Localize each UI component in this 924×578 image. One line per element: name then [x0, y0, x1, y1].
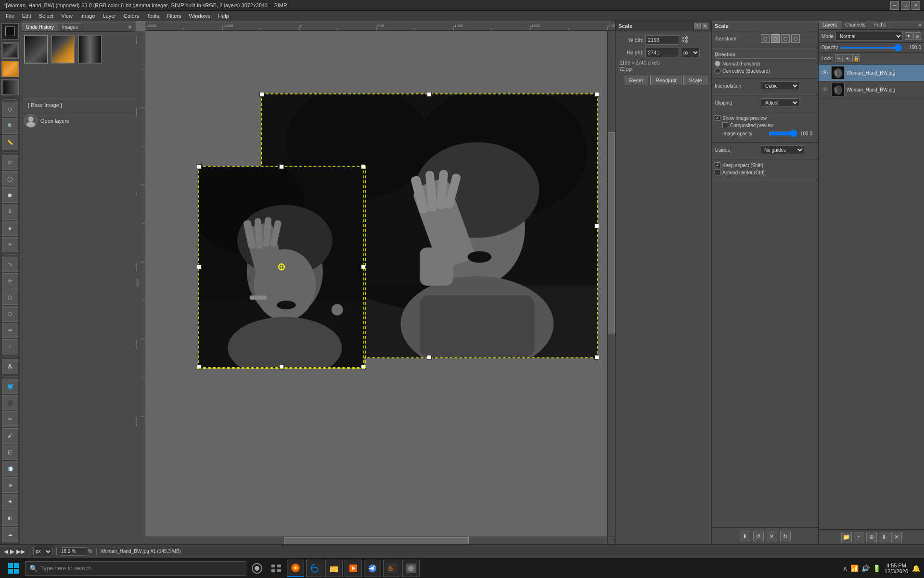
- layers-new-group[interactable]: 📁: [841, 532, 852, 542]
- status-arrow-left[interactable]: ◀: [4, 548, 8, 555]
- scrollbar-horizontal[interactable]: [145, 537, 607, 544]
- composited-preview-checkbox[interactable]: [722, 122, 728, 128]
- open-layers-section[interactable]: Open layers: [20, 112, 136, 130]
- mode-icon-1[interactable]: ▼: [905, 32, 912, 40]
- radio-normal-forward[interactable]: [715, 61, 720, 66]
- layers-panel-close[interactable]: ✕: [916, 21, 924, 29]
- taskbar-app-other[interactable]: [402, 560, 420, 577]
- tab-layers[interactable]: Layers: [819, 21, 841, 29]
- readjust-button[interactable]: Readjust: [650, 76, 681, 85]
- tool-pencil[interactable]: ✏: [2, 411, 18, 427]
- taskbar-cortana[interactable]: [248, 560, 266, 577]
- tool-select-ellipse[interactable]: ◯: [2, 171, 18, 186]
- image-thumb-bw[interactable]: [24, 35, 48, 64]
- zoom-unit-select[interactable]: px: [33, 547, 52, 556]
- image-thumb-strip[interactable]: [78, 35, 102, 64]
- chain-link-icon[interactable]: ⛓: [681, 36, 689, 44]
- tool-select-fuzzy[interactable]: ⧖: [2, 204, 18, 219]
- menu-select[interactable]: Select: [35, 12, 58, 20]
- tool-paintbrush[interactable]: 🖌: [2, 428, 18, 444]
- mode-icon-2[interactable]: ⊕: [913, 32, 921, 40]
- menu-tools[interactable]: Tools: [143, 12, 163, 20]
- scale-dialog-help[interactable]: ?: [694, 23, 701, 29]
- transform-icon-3[interactable]: ⬡: [781, 34, 790, 43]
- layer-row-2[interactable]: 👁 Woman_Hand_BW.jpg: [819, 81, 924, 98]
- transform-handle-rc[interactable]: [594, 223, 599, 228]
- canvas-area[interactable]: -2000 -1000 0 500 1000 1500 2000: [136, 21, 615, 544]
- tool-transform-flip[interactable]: ⇔: [2, 323, 18, 338]
- transform-bottom-icon-1[interactable]: ⬇: [740, 531, 750, 541]
- taskbar-app-edge[interactable]: [306, 560, 323, 577]
- taskbar-app-explorer[interactable]: [325, 560, 343, 577]
- radio-corrective-backward[interactable]: [715, 68, 720, 74]
- interpolation-select[interactable]: Cubic Linear None: [761, 81, 799, 90]
- lock-pixels-icon[interactable]: ✏: [835, 54, 843, 62]
- pivot-point[interactable]: [278, 263, 285, 271]
- transform-handle-tc[interactable]: [427, 92, 432, 97]
- taskbar-app-media[interactable]: [345, 560, 362, 577]
- transform-handle-tl[interactable]: [259, 92, 264, 97]
- transform-bottom-icon-4[interactable]: ↻: [780, 531, 791, 541]
- menu-colors[interactable]: Colors: [120, 12, 143, 20]
- guides-select[interactable]: No guides Rule of thirds Golden sections: [761, 145, 804, 154]
- show-preview-checkbox[interactable]: [715, 115, 720, 121]
- transform-bottom-icon-3[interactable]: ✕: [767, 531, 777, 541]
- tool-select-rect[interactable]: ▭: [2, 155, 18, 170]
- transform-icon-4[interactable]: ⬡: [791, 34, 800, 43]
- around-center-checkbox[interactable]: [715, 170, 720, 175]
- scrollbar-thumb-v[interactable]: [608, 132, 615, 334]
- tool-clone[interactable]: ⊕: [2, 477, 18, 493]
- taskbar-app-gimp[interactable]: G: [383, 560, 400, 577]
- unit-select[interactable]: px mm in: [681, 48, 700, 57]
- tray-volume-icon[interactable]: 🔊: [861, 565, 870, 572]
- mode-select[interactable]: Normal Multiply Screen Overlay: [835, 32, 903, 40]
- layers-add[interactable]: +: [854, 532, 864, 542]
- tool-transform-warp[interactable]: ↕: [2, 339, 18, 355]
- taskbar-time-date[interactable]: 4:55 PM 12/3/2020: [885, 563, 908, 574]
- menu-filters[interactable]: Filters: [163, 12, 185, 20]
- tool-bucket-fill[interactable]: 🪣: [2, 379, 18, 394]
- small-transform-handle-tc[interactable]: [279, 164, 284, 169]
- status-arrow-right2[interactable]: ▶▶: [16, 548, 25, 555]
- taskbar-task-view[interactable]: [268, 560, 285, 577]
- layers-merge[interactable]: ⬇: [879, 532, 889, 542]
- layer-row-1[interactable]: 👁 Woman_Hand_BW.jpg: [819, 65, 924, 81]
- tab-paths[interactable]: Paths: [870, 21, 890, 29]
- tray-up-arrow[interactable]: ∧: [843, 565, 847, 572]
- reset-button[interactable]: Reset: [624, 76, 648, 85]
- image-thumb-color[interactable]: [51, 35, 75, 64]
- tab-undo-history[interactable]: Undo History: [22, 23, 58, 31]
- scale-button[interactable]: Scale: [683, 76, 707, 85]
- scale-dialog-close[interactable]: ✕: [702, 23, 708, 29]
- close-button[interactable]: ✕: [911, 1, 920, 10]
- tool-blend[interactable]: ⬛: [2, 395, 18, 410]
- taskbar-app-firefox[interactable]: [287, 560, 304, 577]
- transform-icon-1[interactable]: ⬡: [761, 34, 770, 43]
- tool-select-free[interactable]: ⬟: [2, 187, 18, 203]
- transform-handle-tr[interactable]: [594, 92, 599, 97]
- tool-dodge-burn[interactable]: ◐: [2, 511, 18, 526]
- tool-smudge[interactable]: ☁: [2, 527, 18, 542]
- panel-collapse-btn[interactable]: ✕: [126, 23, 134, 31]
- tool-eraser[interactable]: ◱: [2, 445, 18, 460]
- menu-windows[interactable]: Windows: [185, 12, 214, 20]
- tray-network-icon[interactable]: 📶: [850, 565, 859, 572]
- scrollbar-vertical[interactable]: [607, 31, 615, 537]
- image-opacity-slider[interactable]: [769, 130, 797, 137]
- layers-copy[interactable]: ⊕: [866, 532, 877, 542]
- tool-heal[interactable]: ✚: [2, 494, 18, 509]
- tool-scissors[interactable]: ✂: [2, 237, 18, 252]
- tool-select-color[interactable]: ◈: [2, 221, 18, 236]
- tool-airbrush[interactable]: 💨: [2, 461, 18, 476]
- small-transform-handle-tl[interactable]: [197, 164, 202, 169]
- start-button[interactable]: [4, 560, 23, 577]
- taskbar-app-browser2[interactable]: [364, 560, 381, 577]
- menu-image[interactable]: Image: [77, 12, 99, 20]
- clipping-select[interactable]: Adjust Clip Crop: [761, 98, 799, 107]
- status-arrow-right[interactable]: ▶: [10, 548, 14, 555]
- panel-divider[interactable]: …: [136, 279, 139, 287]
- minimize-button[interactable]: –: [890, 1, 899, 10]
- tab-images[interactable]: Images: [58, 23, 82, 31]
- small-transform-handle-lc[interactable]: [197, 264, 202, 269]
- transform-icon-2[interactable]: ⬡: [771, 34, 780, 43]
